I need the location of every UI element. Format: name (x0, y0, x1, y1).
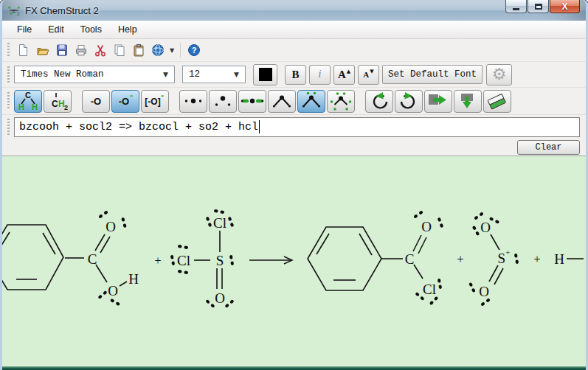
svg-text:S+: S+ (498, 248, 511, 266)
svg-text:C: C (405, 251, 415, 267)
toolbar-grip[interactable] (7, 119, 10, 134)
svg-text:+: + (457, 253, 463, 265)
expanded-ch-icon: C H H (15, 91, 41, 111)
insert-down-button[interactable] (454, 90, 482, 113)
oxygen-charge-icon: -O - (113, 91, 138, 111)
canvas-area: COOHClClSOCOClOS+OH+++ (2, 156, 586, 366)
svg-text:C: C (88, 251, 97, 267)
bent-bonds-lone-pairs-button[interactable] (297, 90, 325, 113)
bent-dots-button[interactable] (209, 90, 237, 113)
condensed-ch2-icon: C H 2 (45, 91, 70, 111)
font-color-button[interactable] (253, 64, 277, 85)
bent-bonds-button[interactable] (268, 90, 296, 113)
print-icon (74, 43, 89, 57)
svg-text:O: O (215, 290, 225, 306)
equation-row: bzcooh + socl2 => bzcocl + so2 + hcl (2, 114, 586, 139)
font-family-value: Times New Roman (21, 69, 104, 80)
help-button[interactable]: ? (184, 41, 204, 59)
menu-help[interactable]: Help (111, 22, 145, 37)
maximize-icon (535, 4, 542, 10)
close-button[interactable]: X (550, 0, 580, 13)
eraser-button[interactable] (483, 90, 511, 113)
linear-bonds-icon (240, 91, 265, 111)
set-default-font-button[interactable]: Set Default Font (382, 65, 482, 84)
settings-button[interactable]: ⚙ (486, 64, 512, 85)
cut-icon (93, 43, 108, 57)
bent-bonds-icon (269, 91, 294, 111)
toolbar-separator (180, 43, 181, 57)
rotate-ccw-button[interactable] (365, 90, 393, 113)
bent-bonds-lone-pairs-icon (299, 91, 324, 111)
new-document-icon (16, 43, 31, 57)
chem-canvas[interactable]: COOHClClSOCOClOS+OH+++ (2, 156, 586, 366)
print-button[interactable] (72, 41, 91, 59)
link-browser-icon (151, 43, 165, 57)
svg-text:C: C (52, 99, 58, 109)
bold-button[interactable]: B (285, 65, 306, 85)
minimize-button[interactable] (505, 0, 527, 13)
rotate-cw-button[interactable] (395, 90, 423, 113)
open-button[interactable] (33, 41, 52, 59)
window-title: FX ChemStruct 2 (25, 5, 99, 16)
rotate-ccw-icon (367, 91, 392, 111)
clear-row: Clear (2, 139, 586, 156)
oxygen-charge-button[interactable]: -O - (111, 90, 139, 113)
clear-button[interactable]: Clear (517, 140, 580, 155)
chem-toolbar: C H H C H 2 -O -O - (2, 87, 586, 114)
save-button[interactable] (52, 41, 72, 59)
close-icon: X (561, 1, 567, 12)
font-toolbar: Times New Roman ▼ 12 ▼ B i A ▲ A ▼ Set D… (2, 61, 586, 87)
gear-icon: ⚙ (492, 66, 507, 83)
svg-text:S: S (216, 253, 224, 268)
toolbar-grip[interactable] (7, 66, 10, 83)
app-icon[interactable]: c 2 (7, 4, 21, 16)
equation-input[interactable]: bzcooh + socl2 => bzcocl + so2 + hcl (14, 117, 580, 137)
window-bottom-border (2, 366, 586, 370)
copy-button[interactable] (110, 41, 129, 59)
app-window: c 2 FX ChemStruct 2 X File Edit Tools He… (0, 0, 588, 370)
svg-text:O: O (106, 219, 116, 234)
svg-text:H: H (32, 102, 38, 111)
toolbar-grip[interactable] (7, 43, 10, 57)
font-size-select[interactable]: 12 ▼ (182, 66, 246, 83)
svg-text:O: O (421, 219, 432, 234)
link-button[interactable] (148, 41, 167, 59)
bold-label: B (291, 69, 299, 81)
svg-text:-: - (130, 91, 133, 101)
open-folder-icon (35, 43, 50, 57)
window-controls: X (505, 0, 580, 13)
linear-bonds-button[interactable] (238, 90, 266, 113)
decrease-font-button[interactable]: A ▼ (358, 65, 379, 85)
bent-bonds-all-dots-icon (328, 91, 353, 111)
increase-font-button[interactable]: A ▲ (333, 65, 355, 85)
oxygen-bracket-charge-button[interactable]: [-O] - (141, 90, 169, 113)
rotate-cw-icon (396, 91, 421, 111)
svg-text:H: H (18, 102, 24, 111)
insert-right-button[interactable] (424, 90, 452, 113)
menu-tools[interactable]: Tools (73, 22, 109, 37)
italic-button[interactable]: i (309, 65, 331, 85)
eraser-icon (485, 91, 510, 111)
svg-text:Cl: Cl (177, 253, 190, 268)
menu-edit[interactable]: Edit (41, 22, 72, 37)
paste-button[interactable] (129, 41, 148, 59)
new-document-button[interactable] (14, 41, 33, 59)
bent-bonds-all-dots-button[interactable] (327, 90, 355, 113)
cut-button[interactable] (91, 41, 110, 59)
svg-text:2: 2 (64, 104, 68, 111)
svg-text:-O: -O (91, 96, 101, 107)
svg-text:H: H (554, 251, 564, 267)
condensed-ch2-button[interactable]: C H 2 (44, 90, 72, 113)
maximize-button[interactable] (528, 0, 549, 13)
italic-label: i (319, 69, 322, 80)
linear-dots-button[interactable] (179, 90, 207, 113)
dropdown-arrow-icon[interactable]: ▼ (167, 47, 176, 54)
svg-text:-O: -O (119, 96, 129, 107)
toolbar-grip[interactable] (7, 92, 10, 110)
svg-text:Cl: Cl (213, 215, 226, 231)
menu-file[interactable]: File (10, 22, 39, 37)
oxygen-plain-button[interactable]: -O (82, 90, 110, 113)
expanded-ch-button[interactable]: C H H (14, 90, 42, 113)
minimize-icon (513, 8, 519, 10)
font-family-select[interactable]: Times New Roman ▼ (14, 66, 175, 83)
